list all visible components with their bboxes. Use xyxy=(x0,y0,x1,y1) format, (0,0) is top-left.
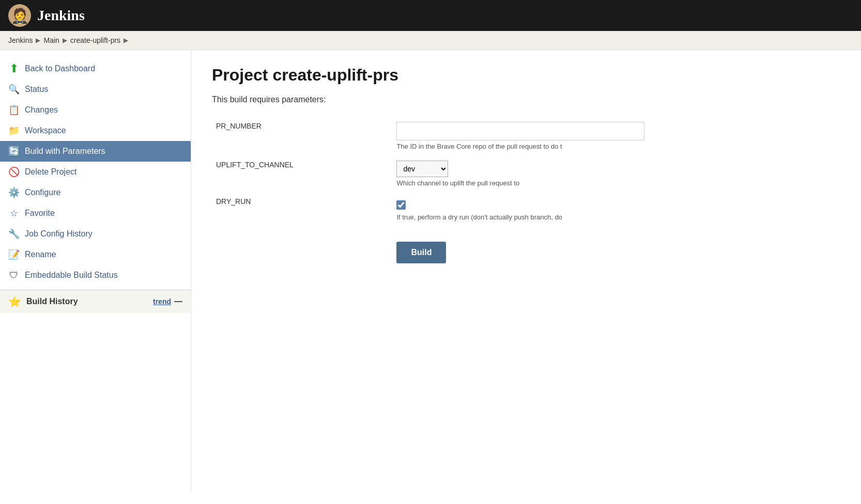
sidebar-label-delete-project: Delete Project xyxy=(25,167,77,177)
job-config-history-icon: 🔧 xyxy=(8,228,20,240)
pr-number-control: The ID in the Brave Core repo of the pul… xyxy=(392,117,840,155)
project-title: Project create-uplift-prs xyxy=(212,66,840,85)
breadcrumb-sep-3: ▶ xyxy=(124,37,128,44)
pr-number-help: The ID in the Brave Core repo of the pul… xyxy=(396,140,836,150)
build-button-cell: Build xyxy=(392,226,840,269)
sidebar-item-favorite[interactable]: ☆ Favorite xyxy=(0,203,191,224)
favorite-icon: ☆ xyxy=(8,208,20,219)
breadcrumb-jenkins[interactable]: Jenkins xyxy=(8,36,33,44)
table-row: DRY_RUN If true, perform a dry run (don'… xyxy=(212,192,840,226)
sidebar-item-status[interactable]: 🔍 Status xyxy=(0,79,191,100)
trend-link[interactable]: trend xyxy=(153,297,171,306)
main-layout: ⬆ Back to Dashboard 🔍 Status 📋 Changes 📁… xyxy=(0,50,861,492)
uplift-channel-help: Which channel to uplift the pull request… xyxy=(396,177,836,187)
sidebar-label-status: Status xyxy=(25,85,48,94)
sidebar-item-embeddable-build-status[interactable]: 🛡 Embeddable Build Status xyxy=(0,265,191,286)
sidebar: ⬆ Back to Dashboard 🔍 Status 📋 Changes 📁… xyxy=(0,50,191,492)
dry-run-label: DRY_RUN xyxy=(212,192,392,226)
build-history-label: Build History xyxy=(26,297,78,306)
back-to-dashboard-icon: ⬆ xyxy=(8,63,20,74)
changes-icon: 📋 xyxy=(8,104,20,116)
content: Project create-uplift-prs This build req… xyxy=(191,50,861,492)
dash-separator: — xyxy=(174,297,182,306)
header: 🤵 Jenkins xyxy=(0,0,861,31)
build-history-links: trend — xyxy=(153,297,182,306)
sidebar-label-embeddable-build-status: Embeddable Build Status xyxy=(25,271,118,280)
sidebar-item-configure[interactable]: ⚙️ Configure xyxy=(0,182,191,203)
sidebar-label-favorite: Favorite xyxy=(25,209,55,218)
breadcrumb-main[interactable]: Main xyxy=(43,36,59,44)
sidebar-item-back-to-dashboard[interactable]: ⬆ Back to Dashboard xyxy=(0,58,191,79)
sidebar-item-delete-project[interactable]: 🚫 Delete Project xyxy=(0,162,191,182)
params-table: PR_NUMBER The ID in the Brave Core repo … xyxy=(212,117,840,269)
sidebar-label-job-config-history: Job Config History xyxy=(25,229,93,239)
sidebar-label-changes: Changes xyxy=(25,105,58,115)
table-row: PR_NUMBER The ID in the Brave Core repo … xyxy=(212,117,840,155)
sidebar-label-rename: Rename xyxy=(25,250,56,259)
dry-run-checkbox[interactable] xyxy=(396,200,406,210)
table-row: Build xyxy=(212,226,840,269)
sidebar-item-build-with-parameters[interactable]: 🔄 Build with Parameters xyxy=(0,141,191,162)
uplift-channel-select[interactable]: dev beta release nightly xyxy=(396,161,448,177)
sidebar-item-rename[interactable]: 📝 Rename xyxy=(0,244,191,265)
build-history-icon: ⭐ xyxy=(8,295,21,308)
breadcrumb-project[interactable]: create-uplift-prs xyxy=(70,36,120,44)
configure-icon: ⚙️ xyxy=(8,187,20,198)
workspace-icon: 📁 xyxy=(8,125,20,136)
pr-number-input[interactable] xyxy=(396,122,644,140)
status-icon: 🔍 xyxy=(8,84,20,95)
pr-number-label: PR_NUMBER xyxy=(212,117,392,155)
rename-icon: 📝 xyxy=(8,249,20,260)
build-button[interactable]: Build xyxy=(396,242,446,263)
build-params-description: This build requires parameters: xyxy=(212,95,840,104)
jenkins-title: Jenkins xyxy=(37,7,85,24)
uplift-channel-label: UPLIFT_TO_CHANNEL xyxy=(212,155,392,192)
jenkins-logo: 🤵 xyxy=(8,4,31,27)
breadcrumb: Jenkins ▶ Main ▶ create-uplift-prs ▶ xyxy=(0,31,861,50)
sidebar-label-configure: Configure xyxy=(25,188,60,197)
sidebar-label-back-to-dashboard: Back to Dashboard xyxy=(25,64,95,73)
build-button-spacer xyxy=(212,226,392,269)
breadcrumb-sep-1: ▶ xyxy=(36,37,40,44)
sidebar-label-build-with-parameters: Build with Parameters xyxy=(25,147,105,156)
build-with-parameters-icon: 🔄 xyxy=(8,146,20,157)
breadcrumb-sep-2: ▶ xyxy=(63,37,67,44)
dry-run-control: If true, perform a dry run (don't actual… xyxy=(392,192,840,226)
table-row: UPLIFT_TO_CHANNEL dev beta release night… xyxy=(212,155,840,192)
uplift-channel-control: dev beta release nightly Which channel t… xyxy=(392,155,840,192)
sidebar-label-workspace: Workspace xyxy=(25,126,66,135)
build-history-panel: ⭐ Build History trend — xyxy=(0,290,191,313)
sidebar-item-changes[interactable]: 📋 Changes xyxy=(0,100,191,120)
sidebar-item-workspace[interactable]: 📁 Workspace xyxy=(0,120,191,141)
sidebar-item-job-config-history[interactable]: 🔧 Job Config History xyxy=(0,224,191,244)
delete-project-icon: 🚫 xyxy=(8,166,20,178)
dry-run-help: If true, perform a dry run (don't actual… xyxy=(396,211,836,221)
embeddable-build-status-icon: 🛡 xyxy=(8,270,20,281)
build-history-header: ⭐ Build History trend — xyxy=(8,295,182,308)
